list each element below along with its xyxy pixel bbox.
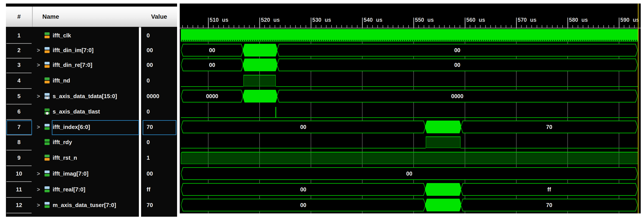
table-row[interactable]: 11>ifft_real[7:0]ff bbox=[6, 183, 177, 196]
waveform-row: 00 bbox=[180, 167, 641, 180]
bus-output-icon bbox=[44, 202, 50, 208]
waveform-row bbox=[180, 136, 641, 149]
waveform-row: 0000 bbox=[180, 59, 641, 71]
waveform-row bbox=[180, 151, 641, 164]
ruler-minor-tick bbox=[454, 25, 455, 28]
ruler-minor-tick bbox=[229, 25, 229, 28]
ruler-minor-tick bbox=[578, 25, 578, 28]
bus-transition-block bbox=[425, 183, 462, 196]
table-row[interactable]: 2>ifft_din_im[7:0]00 bbox=[6, 44, 177, 57]
icon-bottom-half bbox=[44, 190, 50, 192]
row-number: 1 bbox=[6, 29, 32, 42]
icon-top-half bbox=[44, 186, 50, 189]
ruler-minor-tick bbox=[357, 25, 358, 28]
ruler-major-tick bbox=[311, 18, 311, 28]
scalar-signal-icon bbox=[44, 77, 50, 83]
ruler-minor-tick bbox=[634, 25, 634, 28]
ruler-minor-tick bbox=[213, 25, 214, 28]
ruler-minor-tick bbox=[218, 25, 219, 28]
ruler-major-tick bbox=[516, 18, 517, 28]
waveform-row: 00ff bbox=[180, 183, 641, 196]
ruler-minor-tick bbox=[388, 25, 388, 28]
table-row[interactable]: 1ifft_clk0 bbox=[6, 29, 177, 42]
signal-name: ifft_din_re[7:0] bbox=[53, 59, 92, 71]
ruler-time-label: 520 us bbox=[261, 17, 280, 23]
selected-row-number-box bbox=[6, 120, 32, 135]
ruler-minor-tick bbox=[449, 25, 450, 28]
table-row[interactable]: 10>ifft_imag[7:0]00 bbox=[6, 167, 177, 180]
logic-low-line bbox=[181, 117, 638, 118]
logic-low-line bbox=[181, 86, 243, 87]
ruler-minor-tick bbox=[557, 25, 558, 28]
icon-bottom-half bbox=[44, 36, 50, 38]
table-row[interactable]: 4ifft_nd0 bbox=[6, 74, 177, 87]
ruler-minor-tick bbox=[326, 25, 326, 28]
ruler-minor-tick bbox=[506, 25, 506, 28]
expand-chevron-icon[interactable]: > bbox=[36, 167, 40, 180]
bus-output-icon bbox=[44, 170, 50, 176]
ruler-minor-tick bbox=[239, 25, 239, 28]
ruler-minor-tick bbox=[608, 25, 609, 28]
row-number: 12 bbox=[6, 199, 32, 211]
ruler-minor-tick bbox=[264, 25, 265, 28]
row-number: 3 bbox=[6, 59, 32, 71]
bus-input-icon bbox=[44, 62, 50, 68]
table-row[interactable]: 9ifft_rst_n1 bbox=[6, 151, 177, 164]
scalar-port-icon bbox=[44, 108, 50, 115]
expand-chevron-icon[interactable]: > bbox=[36, 44, 40, 57]
waveform-row: 0000 bbox=[180, 44, 641, 57]
bus-transition-block bbox=[242, 44, 278, 57]
icon-top-half bbox=[44, 77, 50, 80]
ruler-major-tick bbox=[414, 18, 414, 28]
scalar-signal-icon bbox=[44, 32, 50, 38]
row-number: 10 bbox=[6, 167, 32, 180]
time-cursor[interactable] bbox=[638, 4, 638, 213]
logic-spike bbox=[275, 107, 276, 118]
bus-transition-block bbox=[425, 121, 462, 133]
selected-name-box bbox=[52, 120, 139, 135]
icon-bottom-half bbox=[44, 142, 50, 145]
ruler-major-tick bbox=[619, 18, 620, 28]
signal-name: s_axis_data_tdata[15:0] bbox=[53, 90, 117, 102]
bus-value-label: 00 bbox=[406, 167, 412, 180]
ruler-minor-tick bbox=[198, 25, 198, 28]
expand-chevron-icon[interactable]: > bbox=[36, 199, 40, 211]
ruler-minor-tick bbox=[347, 25, 347, 28]
ruler-minor-tick bbox=[562, 25, 563, 28]
signal-value: ff bbox=[146, 183, 150, 196]
ruler-minor-tick bbox=[485, 25, 486, 28]
icon-bottom-half bbox=[44, 174, 50, 176]
icon-top-half bbox=[44, 202, 50, 205]
ruler-minor-tick bbox=[300, 25, 301, 28]
icon-top-half bbox=[44, 93, 50, 96]
signal-name: ifft_imag[7:0] bbox=[53, 167, 88, 180]
ruler-minor-tick bbox=[331, 25, 332, 28]
signal-value: 0 bbox=[146, 136, 150, 149]
ruler-baseline bbox=[180, 28, 641, 28]
table-row[interactable]: 5>s_axis_data_tdata[15:0]0000 bbox=[6, 90, 177, 102]
table-row[interactable]: 12>m_axis_data_tuser[7:0]70 bbox=[6, 199, 177, 211]
logic-low-line bbox=[181, 148, 426, 149]
table-row[interactable]: 8ifft_rdy0 bbox=[6, 136, 177, 149]
row-separator bbox=[6, 119, 32, 120]
table-row[interactable]: 3>ifft_din_re[7:0]00 bbox=[6, 59, 177, 71]
ruler-minor-tick bbox=[583, 25, 583, 28]
ruler-time-label: 530 us bbox=[312, 17, 331, 23]
waveform-canvas[interactable]: 510 us520 us530 us540 us550 us560 us570 … bbox=[180, 4, 641, 213]
expand-chevron-icon[interactable]: > bbox=[36, 59, 40, 71]
ruler-major-tick bbox=[259, 18, 260, 28]
signal-value: 0 bbox=[146, 74, 150, 87]
signal-name: m_axis_data_tuser[7:0] bbox=[53, 199, 116, 211]
signal-name: ifft_real[7:0] bbox=[53, 183, 85, 196]
ruler-minor-tick bbox=[490, 25, 491, 28]
ruler-minor-tick bbox=[316, 25, 316, 28]
logic-high-fill bbox=[181, 152, 638, 164]
row-separator bbox=[6, 213, 32, 213]
ruler-time-label: 540 us bbox=[364, 17, 382, 23]
ruler-minor-tick bbox=[547, 25, 547, 28]
icon-bottom-half bbox=[44, 205, 50, 208]
expand-chevron-icon[interactable]: > bbox=[36, 121, 40, 133]
expand-chevron-icon[interactable]: > bbox=[36, 183, 40, 196]
expand-chevron-icon[interactable]: > bbox=[36, 90, 40, 102]
table-row[interactable]: 6s_axis_data_tlast0 bbox=[6, 105, 177, 118]
